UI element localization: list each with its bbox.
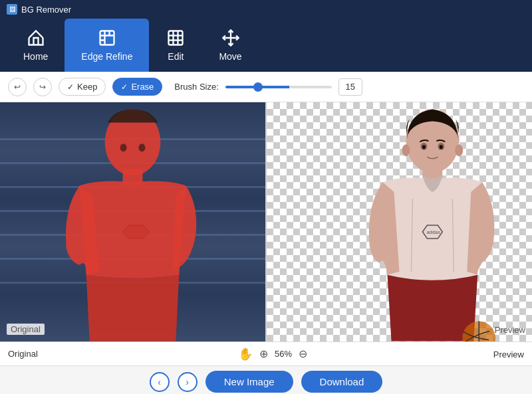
zoom-controls: ✋ ⊕ 56% ⊖ [88,347,458,361]
brush-size-slider[interactable] [225,86,332,88]
svg-point-8 [120,144,127,151]
redo-button[interactable]: ↪ [33,78,52,96]
status-bar: Original ✋ ⊕ 56% ⊖ Preview [0,342,532,365]
toolbar: ↩ ↪ ✓ Keep ✓ Erase Brush Size: 15 [0,72,532,102]
redo-icon: ↪ [39,82,46,92]
brush-size-label: Brush Size: [174,82,218,92]
next-button[interactable]: › [178,372,198,392]
svg-rect-0 [100,31,114,45]
new-image-button[interactable]: New Image [205,371,293,393]
svg-point-19 [402,144,410,156]
nav-move-label: Move [219,51,241,62]
nav-home-label: Home [23,51,48,62]
nav-edge-refine[interactable]: Edge Refine [65,19,149,72]
nav-bar: Home Edge Refine Edit Move [0,19,532,72]
new-image-label: New Image [224,376,275,387]
nav-edit[interactable]: Edit [149,19,202,72]
nav-edit-label: Edit [168,51,184,62]
keep-button[interactable]: ✓ Keep [59,78,106,96]
checker-background: adidas Pr [267,102,532,342]
download-button[interactable]: Download [301,371,383,393]
svg-text:adidas: adidas [426,230,440,235]
app-title: BG Remover [21,5,71,15]
nav-home[interactable]: Home [7,19,65,72]
erase-button[interactable]: ✓ Erase [112,78,162,96]
download-label: Download [320,376,364,387]
undo-button[interactable]: ↩ [8,78,27,96]
bottom-bar: ‹ › New Image Download [0,365,532,394]
home-icon [27,29,45,47]
next-icon: › [186,377,189,387]
original-status-label: Original [8,349,38,359]
preview-status-label: Preview [493,349,524,359]
erase-check-icon: ✓ [121,82,128,92]
preview-label: Preview [495,325,525,335]
svg-point-18 [440,145,443,149]
title-bar: 🖼 BG Remover [0,0,532,19]
nav-move[interactable]: Move [202,19,258,72]
keep-label: Keep [77,82,97,92]
erase-label: Erase [131,82,154,92]
zoom-out-icon[interactable]: ⊖ [299,347,307,360]
edit-icon [166,29,185,47]
edge-refine-icon [98,29,116,47]
cutout-svg: adidas [267,102,532,342]
brush-size-value: 15 [338,78,362,96]
person-overlay-svg [0,102,265,342]
svg-point-17 [422,145,426,149]
zoom-in-icon[interactable]: ⊕ [259,347,268,360]
svg-point-9 [138,144,145,151]
app-icon: 🖼 [7,4,17,15]
undo-icon: ↩ [14,82,21,92]
svg-point-20 [455,144,463,156]
nav-edge-refine-label: Edge Refine [81,51,132,62]
hand-cursor-icon[interactable]: ✋ [238,347,253,361]
svg-rect-1 [169,31,183,45]
original-panel: Original [0,102,265,342]
canvas-area: Original [0,102,532,342]
move-icon [221,29,240,47]
preview-panel: adidas Pr [267,102,532,342]
original-label: Original [7,324,45,335]
prev-icon: ‹ [158,377,161,387]
prev-button[interactable]: ‹ [150,372,170,392]
keep-check-icon: ✓ [67,82,74,92]
zoom-value: 56% [275,349,292,359]
